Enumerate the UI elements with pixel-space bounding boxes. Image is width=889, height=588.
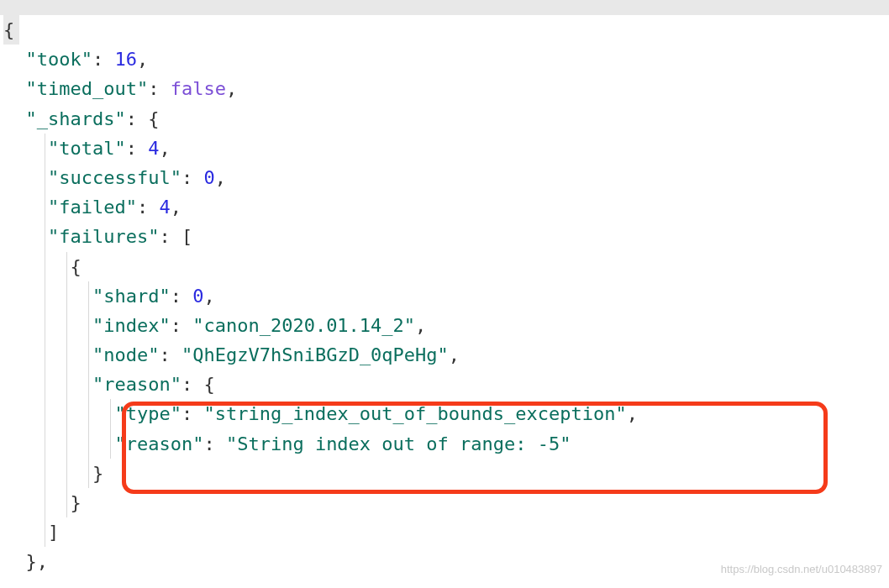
code-line: "node": "QhEgzV7hSniBGzD_0qPeHg", — [3, 340, 886, 370]
json-key-type: "type" — [114, 403, 181, 424]
code-line: "took": 16, — [3, 45, 886, 74]
json-key-inner-reason: "reason" — [114, 433, 203, 454]
json-key-index: "index" — [92, 315, 171, 336]
brace-open: { — [3, 15, 19, 45]
code-line: { — [3, 252, 886, 281]
json-key-timedout: "timed_out" — [26, 78, 149, 99]
json-key-node: "node" — [92, 344, 159, 365]
json-value: false — [171, 78, 226, 99]
json-value: 4 — [148, 138, 159, 159]
code-line: "failed": 4, — [3, 192, 886, 222]
code-line: "_shards": { — [3, 104, 886, 134]
json-key-shards: "_shards" — [26, 108, 126, 129]
code-line: } — [3, 488, 886, 517]
json-value: 0 — [192, 286, 203, 307]
json-value: "canon_2020.01.14_2" — [192, 315, 415, 336]
json-value: "String index out of range: -5" — [226, 433, 571, 454]
json-key-reason: "reason" — [92, 374, 181, 395]
json-key-successful: "successful" — [48, 167, 181, 188]
code-line: "shard": 0, — [3, 281, 886, 311]
code-line: "type": "string_index_out_of_bounds_exce… — [3, 399, 886, 428]
json-key-total: "total" — [48, 138, 126, 159]
json-value: 4 — [159, 197, 170, 218]
json-key-failed: "failed" — [48, 197, 137, 218]
code-line: "index": "canon_2020.01.14_2", — [3, 311, 886, 340]
code-line: { — [3, 15, 886, 45]
json-key-failures: "failures" — [48, 226, 159, 247]
code-line: "timed_out": false, — [3, 74, 886, 103]
code-line: "reason": "String index out of range: -5… — [3, 429, 886, 459]
json-value: "string_index_out_of_bounds_exception" — [203, 403, 626, 424]
code-line: ] — [3, 517, 886, 547]
json-key-shard: "shard" — [92, 286, 171, 307]
code-line: "successful": 0, — [3, 163, 886, 192]
window-top-bar — [0, 0, 889, 15]
code-line: } — [3, 459, 886, 488]
code-line: "failures": [ — [3, 222, 886, 251]
code-block[interactable]: { "took": 16, "timed_out": false, "_shar… — [0, 15, 889, 584]
json-value: 16 — [114, 49, 137, 70]
code-line: "total": 4, — [3, 134, 886, 163]
watermark-text: https://blog.csdn.net/u010483897 — [721, 561, 882, 579]
json-value: "QhEgzV7hSniBGzD_0qPeHg" — [181, 344, 449, 365]
code-line: "reason": { — [3, 370, 886, 399]
json-key-took: "took" — [26, 49, 92, 70]
json-value: 0 — [203, 167, 214, 188]
